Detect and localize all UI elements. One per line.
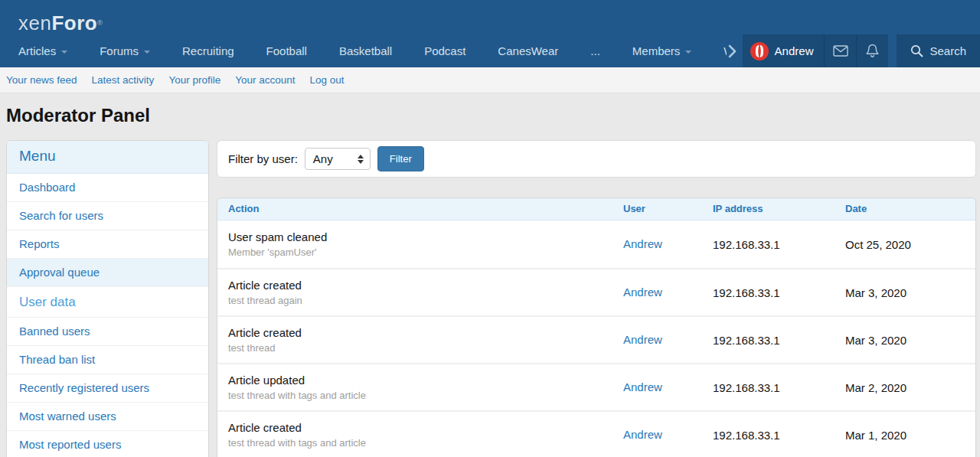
column-header-action: Action — [217, 198, 623, 220]
nav-right-cluster: Andrew Search — [743, 34, 980, 67]
sidebar-item-most-reported-users[interactable]: Most reported users — [7, 430, 208, 457]
action-detail: test thread with tags and article — [228, 437, 616, 449]
nav-item-basketball[interactable]: Basketball — [323, 34, 408, 67]
subnav-link-log-out[interactable]: Log out — [309, 74, 344, 86]
table-row: Article created test thread Andrew 192.1… — [217, 315, 975, 363]
chevron-down-icon — [61, 51, 67, 54]
nav-overflow-chevron-icon[interactable] — [727, 34, 743, 67]
cell-ip-address: 192.168.33.1 — [713, 238, 845, 251]
sidebar-item-most-warned-users[interactable]: Most warned users — [7, 402, 208, 430]
nav-item-football[interactable]: Football — [250, 34, 323, 67]
cell-ip-address: 192.168.33.1 — [713, 429, 845, 442]
user-link[interactable]: Andrew — [623, 428, 662, 441]
cell-user: Andrew — [623, 286, 713, 299]
moderator-menu-panel: Menu Dashboard Search for users Reports … — [6, 140, 209, 457]
action-title: Article created — [228, 420, 616, 435]
moderator-log-table: Action User IP address Date User spam cl… — [217, 197, 976, 457]
table-row: Article updated test thread with tags an… — [217, 363, 975, 410]
sidebar-item-recently-registered-users[interactable]: Recently registered users — [7, 374, 208, 402]
user-filter-select[interactable]: Any — [305, 148, 371, 170]
logo-text-bold: Foro — [51, 11, 97, 34]
cell-ip-address: 192.168.33.1 — [713, 381, 845, 394]
site-header: xenForo® Articles Forums Recruiting Foot… — [0, 0, 980, 67]
account-user-name: Andrew — [775, 44, 814, 57]
action-title: User spam cleaned — [228, 230, 616, 244]
nav-item-whats[interactable]: What's — [707, 34, 726, 67]
chevron-down-icon — [144, 51, 150, 54]
nav-item-members[interactable]: Members — [616, 34, 708, 67]
page: xenForo® Articles Forums Recruiting Foot… — [0, 0, 980, 457]
main-panel: Filter by user: Any Filter Action User I… — [217, 140, 976, 457]
user-link[interactable]: Andrew — [623, 333, 662, 346]
user-link[interactable]: Andrew — [623, 237, 662, 250]
inbox-button[interactable] — [824, 34, 856, 67]
chevron-down-icon — [685, 51, 691, 54]
content-area: Menu Dashboard Search for users Reports … — [0, 140, 980, 457]
action-detail: Member 'spamUser' — [228, 246, 616, 259]
column-header-user: User — [623, 198, 713, 220]
subnav-link-your-news-feed[interactable]: Your news feed — [6, 74, 77, 86]
cell-date: Mar 3, 2020 — [845, 286, 975, 299]
table-row: Article created test thread with tags an… — [217, 410, 975, 457]
table-body: User spam cleaned Member 'spamUser' Andr… — [217, 220, 975, 457]
cell-user: Andrew — [623, 380, 713, 394]
table-row: User spam cleaned Member 'spamUser' Andr… — [217, 220, 975, 268]
cell-action: Article created test thread with tags an… — [217, 420, 623, 449]
filter-button[interactable]: Filter — [377, 146, 424, 171]
nav-item-[interactable]: ... — [574, 34, 616, 67]
sidebar-item-reports[interactable]: Reports — [7, 230, 208, 258]
sidebar-item-thread-ban-list[interactable]: Thread ban list — [7, 345, 208, 374]
action-title: Article created — [228, 325, 616, 340]
nav-item-caneswear[interactable]: CanesWear — [482, 34, 574, 67]
cell-date: Mar 1, 2020 — [845, 429, 975, 442]
user-link[interactable]: Andrew — [623, 380, 662, 393]
cell-date: Oct 25, 2020 — [845, 238, 975, 251]
sidebar-item-approval-queue[interactable]: Approval queue — [7, 258, 208, 286]
nav-item-podcast[interactable]: Podcast — [408, 34, 482, 67]
cell-date: Mar 2, 2020 — [845, 381, 975, 394]
action-title: Article created — [228, 278, 616, 292]
menu-item-list: Dashboard Search for users Reports Appro… — [7, 174, 208, 457]
nav-item-recruiting[interactable]: Recruiting — [166, 34, 250, 67]
nav-item-articles[interactable]: Articles — [2, 34, 83, 67]
site-logo[interactable]: xenForo® — [18, 11, 103, 34]
action-title: Article updated — [228, 373, 616, 387]
cell-ip-address: 192.168.33.1 — [713, 334, 845, 347]
cell-action: Article created test thread — [217, 325, 623, 354]
sidebar-item-banned-users[interactable]: Banned users — [7, 317, 208, 345]
nav-divider — [888, 34, 897, 67]
cell-ip-address: 192.168.33.1 — [713, 286, 845, 299]
cell-action: User spam cleaned Member 'spamUser' — [217, 230, 623, 259]
registered-mark: ® — [97, 19, 103, 27]
nav-item-list: Articles Forums Recruiting Football Bask… — [0, 34, 727, 67]
cell-action: Article created test thread again — [217, 278, 623, 307]
logo-text-light: xen — [18, 11, 51, 34]
sidebar-item-search-for-users[interactable]: Search for users — [7, 201, 208, 230]
filter-label: Filter by user: — [228, 152, 298, 165]
table-header-row: Action User IP address Date — [217, 198, 975, 220]
sidebar-item-dashboard[interactable]: Dashboard — [7, 174, 208, 201]
envelope-icon — [833, 45, 848, 57]
column-header-ip-address: IP address — [713, 198, 845, 220]
subnav-link-latest-activity[interactable]: Latest activity — [92, 74, 155, 86]
table-row: Article created test thread again Andrew… — [217, 268, 975, 315]
select-stepper-icon — [358, 155, 364, 164]
subnav-link-your-account[interactable]: Your account — [235, 74, 295, 86]
cell-action: Article updated test thread with tags an… — [217, 373, 623, 402]
nav-item-forums[interactable]: Forums — [83, 34, 166, 67]
page-title: Moderator Panel — [6, 106, 980, 126]
user-filter-selected-value: Any — [313, 152, 333, 165]
account-subnav: Your news feed Latest activity Your prof… — [0, 67, 980, 93]
avatar — [750, 42, 769, 60]
account-menu-button[interactable]: Andrew — [743, 34, 825, 67]
action-detail: test thread with tags and article — [228, 390, 616, 402]
user-link[interactable]: Andrew — [623, 286, 662, 299]
sidebar-section-user-data: User data — [7, 286, 208, 317]
search-label: Search — [929, 44, 966, 57]
subnav-link-your-profile[interactable]: Your profile — [168, 74, 220, 86]
main-nav: Articles Forums Recruiting Football Bask… — [0, 34, 980, 67]
search-button[interactable]: Search — [897, 34, 980, 67]
menu-header: Menu — [7, 141, 208, 174]
action-detail: test thread — [228, 342, 616, 354]
alerts-button[interactable] — [856, 34, 888, 67]
